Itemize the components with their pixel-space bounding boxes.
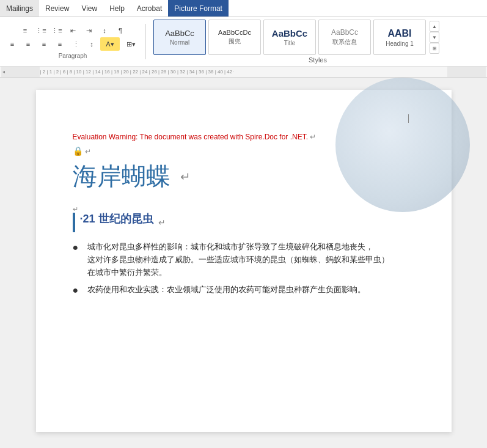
style-weijie-preview: AaBbCcDc [218, 29, 251, 36]
styles-scroll-up[interactable]: ▲ [430, 21, 439, 32]
li-main-1: 农药使用和农业实践：农业领域广泛使用的农药可能对昆虫种群产生负面影响。 [87, 284, 415, 296]
increase-indent-btn[interactable]: ⇥ [81, 24, 96, 37]
multilevel-list-btn[interactable]: ⋮≡ [49, 24, 64, 37]
section-heading-text: ·21 世纪的昆虫 [80, 211, 153, 226]
menu-help[interactable]: Help [103, 0, 131, 17]
menu-acrobat[interactable]: Acrobat [131, 0, 168, 17]
menu-review[interactable]: Review [39, 0, 75, 17]
bullets-btn[interactable]: ≡ [18, 24, 32, 37]
menu-bar: Mailings Review View Help Acrobat Pictur… [0, 0, 487, 17]
style-weijie-label: 围兜 [229, 37, 241, 46]
shading-btn[interactable]: A▾ [100, 37, 120, 51]
li-content-0: 城市化对昆虫多样性的影响：城市化和城市扩张导致了生境破碎化和栖息地丧失， 这对许… [87, 241, 415, 279]
numbered-list-btn[interactable]: ⋮≡ [34, 24, 48, 37]
doc-title: 海岸蝴蝶 ↵ [73, 160, 415, 193]
lock-icon: 🔒 [73, 146, 83, 156]
styles-scroll: ▲ ▼ ⊞ [430, 21, 439, 54]
menu-picture-format[interactable]: Picture Format [168, 0, 229, 17]
styles-container: AaBbCc Normal AaBbCcDc 围兜 AaBbCc Title A… [153, 20, 482, 64]
bullet-dot-0: ● [73, 241, 82, 279]
list-item-1: ● 农药使用和农业实践：农业领域广泛使用的农药可能对昆虫种群产生负面影响。 [73, 284, 415, 297]
eval-warning: Evaluation Warning: The document was cre… [73, 133, 415, 141]
ruler-scale: | 2 | 1 | 2 | 6 | 8 | 10 | 12 | 14 | 16 … [40, 69, 233, 75]
style-title[interactable]: AaBbCc Title [263, 20, 316, 55]
cursor-mark [408, 114, 409, 123]
styles-label: Styles [153, 56, 482, 64]
doc-area: Evaluation Warning: The document was cre… [0, 78, 487, 444]
style-heading1-preview: AABI [387, 28, 411, 39]
empty-line-after-title: ↵ [73, 203, 415, 211]
align-buttons-row2: ≡ ≡ ≡ ≡ ⋮ ↕ A▾ ⊞▾ [5, 37, 141, 51]
style-normal-label: Normal [170, 39, 189, 46]
li-content-1: 农药使用和农业实践：农业领域广泛使用的农药可能对昆虫种群产生负面影响。 [87, 284, 415, 297]
list-buttons-row1: ≡ ⋮≡ ⋮≡ ⇤ ⇥ ↕ ¶ [18, 24, 128, 37]
style-heading1-label: Heading 1 [386, 40, 414, 47]
para-mark-2: ↵ [85, 147, 91, 156]
borders-btn[interactable]: ⊞▾ [121, 37, 141, 51]
style-lianjie-preview: AaBbCc [331, 28, 358, 37]
style-lianjie[interactable]: AaBbCc 联系信息 [318, 20, 371, 55]
sort-btn[interactable]: ↕ [97, 24, 112, 37]
li-sub2-0: 在城市中繁衍并繁荣。 [87, 266, 415, 279]
li-main-0: 城市化对昆虫多样性的影响：城市化和城市扩张导致了生境破碎化和栖息地丧失， [87, 241, 415, 254]
styles-scroll-more[interactable]: ⊞ [430, 43, 439, 54]
style-title-label: Title [284, 40, 296, 46]
section-heading-enter: ↵ [158, 218, 166, 227]
style-lianjie-label: 联系信息 [332, 38, 357, 46]
ruler-left: ◂ [2, 69, 5, 75]
para-mark-1: ↵ [310, 133, 316, 141]
align-center-btn[interactable]: ≡ [21, 37, 35, 51]
columns-btn[interactable]: ⋮ [68, 37, 83, 51]
menu-mailings[interactable]: Mailings [0, 0, 39, 17]
paragraph-section: ≡ ⋮≡ ⋮≡ ⇤ ⇥ ↕ ¶ ≡ ≡ ≡ ≡ ⋮ ↕ A▾ ⊞▾ Paragr… [5, 24, 146, 59]
bullet-list: ● 城市化对昆虫多样性的影响：城市化和城市扩张导致了生境破碎化和栖息地丧失， 这… [73, 241, 415, 298]
style-normal[interactable]: AaBbCc Normal [153, 20, 206, 55]
align-left-btn[interactable]: ≡ [5, 37, 20, 51]
paragraph-label: Paragraph [59, 53, 87, 59]
bullet-dot-1: ● [73, 284, 82, 297]
ruler: ◂ | 2 | 1 | 2 | 6 | 8 | 10 | 12 | 14 | 1… [0, 67, 487, 78]
style-heading1[interactable]: AABI Heading 1 [373, 20, 426, 55]
decrease-indent-btn[interactable]: ⇤ [65, 24, 80, 37]
title-text: 海岸蝴蝶 [73, 160, 170, 193]
show-para-btn[interactable]: ¶ [113, 24, 128, 37]
justify-btn[interactable]: ≡ [53, 37, 67, 51]
style-normal-preview: AaBbCc [165, 29, 194, 38]
lock-area: 🔒 ↵ [73, 146, 415, 156]
ruler-inner: ◂ | 2 | 1 | 2 | 6 | 8 | 10 | 12 | 14 | 1… [1, 67, 486, 77]
style-weijie[interactable]: AaBbCcDc 围兜 [208, 20, 261, 55]
section-heading-container: ·21 世纪的昆虫 ↵ [73, 211, 415, 233]
li-sub1-0: 这对许多昆虫物种造成了威胁。一些适应城市环境的昆虫（如蜘蛛、蚂蚁和某些甲虫） [87, 254, 415, 266]
eval-warning-text: Evaluation Warning: The document was cre… [73, 133, 309, 141]
page: Evaluation Warning: The document was cre… [36, 90, 452, 432]
list-item-0: ● 城市化对昆虫多样性的影响：城市化和城市扩张导致了生境破碎化和栖息地丧失， 这… [73, 241, 415, 279]
align-right-btn[interactable]: ≡ [37, 37, 51, 51]
title-enter-mark: ↵ [180, 169, 191, 184]
section-bar [73, 213, 75, 232]
styles-section: AaBbCc Normal AaBbCcDc 围兜 AaBbCc Title A… [153, 20, 482, 55]
styles-scroll-down[interactable]: ▼ [430, 32, 439, 43]
menu-view[interactable]: View [75, 0, 103, 17]
style-title-preview: AaBbCc [272, 28, 307, 39]
line-spacing-btn[interactable]: ↕ [84, 37, 99, 51]
top-empty-line [73, 114, 415, 133]
toolbar: ≡ ⋮≡ ⋮≡ ⇤ ⇥ ↕ ¶ ≡ ≡ ≡ ≡ ⋮ ↕ A▾ ⊞▾ Paragr… [0, 17, 487, 67]
